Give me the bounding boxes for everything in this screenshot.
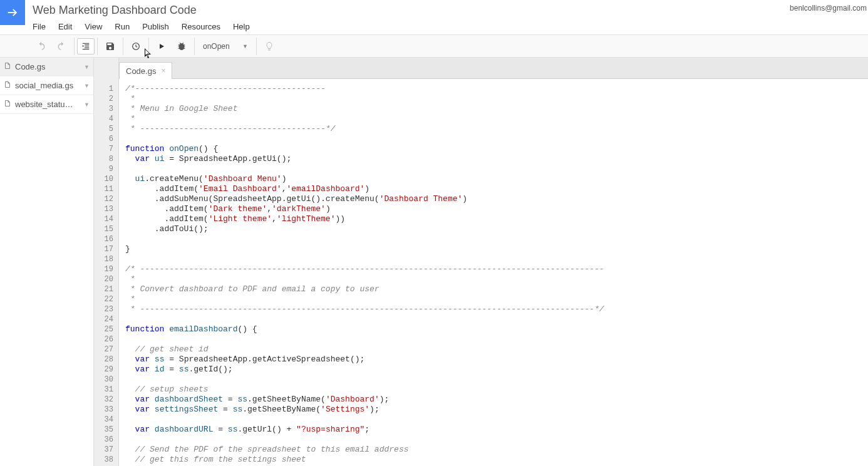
arrow-right-icon bbox=[6, 6, 19, 19]
document-title[interactable]: Web Marketing Dashboard Code bbox=[33, 0, 868, 17]
line-number: 26 bbox=[94, 334, 113, 344]
line-number: 29 bbox=[94, 365, 113, 375]
code-line[interactable] bbox=[125, 334, 868, 344]
clock-icon bbox=[131, 41, 141, 51]
code-line[interactable]: /*--------------------------------------… bbox=[125, 84, 868, 94]
code-line[interactable] bbox=[125, 375, 868, 385]
line-number: 12 bbox=[94, 194, 113, 204]
line-number: 7 bbox=[94, 144, 113, 154]
line-number: 15 bbox=[94, 224, 113, 234]
line-number: 25 bbox=[94, 324, 113, 334]
line-number: 32 bbox=[94, 395, 113, 405]
code-line[interactable]: * Convert dashboard to PDF and email a c… bbox=[125, 284, 868, 294]
menu-file[interactable]: File bbox=[33, 21, 52, 33]
body: Code.gs▼social_media.gs▼website_statu…▼ … bbox=[0, 58, 868, 466]
chevron-down-icon[interactable]: ▼ bbox=[84, 64, 90, 70]
help-lightbulb-button[interactable] bbox=[259, 38, 279, 55]
code-line[interactable]: function emailDashboard() { bbox=[125, 324, 868, 334]
code-line[interactable]: * --------------------------------------… bbox=[125, 304, 868, 314]
line-number: 28 bbox=[94, 355, 113, 365]
menu-edit[interactable]: Edit bbox=[52, 21, 78, 33]
file-item[interactable]: Code.gs▼ bbox=[0, 58, 93, 76]
editor-tab[interactable]: Code.gs× bbox=[119, 62, 172, 79]
line-number: 4 bbox=[94, 114, 113, 124]
menu-help[interactable]: Help bbox=[227, 21, 256, 33]
code-line[interactable] bbox=[125, 134, 868, 144]
function-select[interactable]: onOpen ▼ bbox=[197, 39, 254, 54]
code-line[interactable]: .addToUi(); bbox=[125, 224, 868, 234]
toolbar: onOpen ▼ bbox=[0, 35, 868, 58]
code-line[interactable]: ui.createMenu('Dashboard Menu') bbox=[125, 174, 868, 184]
code-line[interactable] bbox=[125, 234, 868, 244]
lightbulb-icon bbox=[264, 41, 274, 51]
code-line[interactable]: * --------------------------------------… bbox=[125, 124, 868, 134]
line-number: 36 bbox=[94, 435, 113, 445]
chevron-down-icon[interactable]: ▼ bbox=[84, 101, 90, 108]
indent-button[interactable] bbox=[77, 38, 95, 54]
menubar: FileEditViewRunPublishResourcesHelp bbox=[33, 21, 868, 33]
redo-icon bbox=[56, 41, 66, 51]
chevron-down-icon[interactable]: ▼ bbox=[84, 83, 90, 89]
code-line[interactable] bbox=[125, 435, 868, 445]
code-line[interactable]: var id = ss.getId(); bbox=[125, 365, 868, 375]
code-line[interactable]: // get this from the settings sheet bbox=[125, 455, 868, 465]
line-number: 8 bbox=[94, 154, 113, 164]
undo-button[interactable] bbox=[31, 38, 51, 55]
line-number: 21 bbox=[94, 284, 113, 294]
code-line[interactable]: * bbox=[125, 94, 868, 104]
code-line[interactable]: } bbox=[125, 244, 868, 254]
redo-button[interactable] bbox=[51, 38, 71, 55]
file-item[interactable]: social_media.gs▼ bbox=[0, 76, 93, 95]
code-line[interactable]: function onOpen() { bbox=[125, 144, 868, 154]
code-line[interactable] bbox=[125, 415, 868, 425]
file-item[interactable]: website_statu…▼ bbox=[0, 95, 93, 114]
code-line[interactable]: * bbox=[125, 294, 868, 304]
code-line[interactable]: .addSubMenu(SpreadsheetApp.getUi().creat… bbox=[125, 194, 868, 204]
debug-button[interactable] bbox=[172, 38, 192, 55]
tab-bar: Code.gs× bbox=[94, 58, 868, 79]
separator bbox=[74, 38, 75, 55]
code-line[interactable]: var dashboardSheet = ss.getSheetByName('… bbox=[125, 395, 868, 405]
save-button[interactable] bbox=[100, 38, 120, 55]
app-icon[interactable] bbox=[0, 0, 25, 25]
code-line[interactable]: var settingsSheet = ss.getSheetByName('S… bbox=[125, 405, 868, 415]
code-line[interactable]: // get sheet id bbox=[125, 344, 868, 355]
separator bbox=[148, 38, 149, 55]
menu-resources[interactable]: Resources bbox=[175, 21, 227, 33]
code-line[interactable]: // Send the PDF of the spreadsheet to th… bbox=[125, 445, 868, 455]
run-button[interactable] bbox=[152, 38, 172, 55]
line-number: 30 bbox=[94, 375, 113, 385]
file-name: social_media.gs bbox=[15, 81, 84, 90]
code-line[interactable]: // setup sheets bbox=[125, 385, 868, 395]
line-number: 3 bbox=[94, 104, 113, 114]
code-line[interactable]: .addItem('Email Dashboard','emailDashboa… bbox=[125, 184, 868, 194]
code-line[interactable]: * bbox=[125, 114, 868, 124]
code-content[interactable]: /*--------------------------------------… bbox=[119, 79, 868, 466]
code-line[interactable] bbox=[125, 254, 868, 264]
code-line[interactable]: var dashboardURL = ss.getUrl() + "?usp=s… bbox=[125, 425, 868, 435]
close-icon[interactable]: × bbox=[161, 66, 165, 75]
user-email[interactable]: benlcollins@gmail.com bbox=[790, 4, 868, 13]
code-line[interactable]: var ui = SpreadsheetApp.getUi(); bbox=[125, 154, 868, 164]
code-editor[interactable]: 1234567891011121314151617181920212223242… bbox=[94, 79, 868, 466]
code-line[interactable]: /* -------------------------------------… bbox=[125, 264, 868, 274]
line-number: 2 bbox=[94, 94, 113, 104]
line-number: 20 bbox=[94, 274, 113, 284]
line-number: 13 bbox=[94, 204, 113, 214]
code-line[interactable]: var ss = SpreadsheetApp.getActiveSpreads… bbox=[125, 355, 868, 365]
code-line[interactable] bbox=[125, 314, 868, 324]
tab-gutter bbox=[94, 58, 119, 79]
menu-publish[interactable]: Publish bbox=[136, 21, 175, 33]
code-line[interactable]: .addItem('Dark theme','darkTheme') bbox=[125, 204, 868, 214]
code-line[interactable]: * bbox=[125, 274, 868, 284]
function-select-label: onOpen bbox=[203, 42, 230, 51]
line-number: 35 bbox=[94, 425, 113, 435]
code-line[interactable]: .addItem('Light theme','lightTheme')) bbox=[125, 214, 868, 224]
menu-view[interactable]: View bbox=[78, 21, 108, 33]
code-line[interactable] bbox=[125, 164, 868, 174]
menu-run[interactable]: Run bbox=[108, 21, 136, 33]
code-line[interactable]: * Menu in Google Sheet bbox=[125, 104, 868, 114]
line-number: 6 bbox=[94, 134, 113, 144]
triggers-button[interactable] bbox=[126, 38, 146, 55]
line-number: 1 bbox=[94, 84, 113, 94]
